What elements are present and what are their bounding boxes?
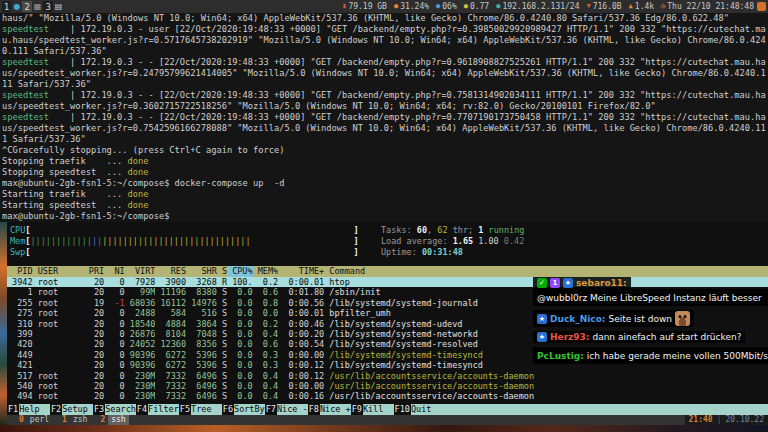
cell-user: root <box>33 319 84 329</box>
cell-pid: 540 <box>7 381 33 391</box>
column-header-s[interactable]: S <box>217 266 227 277</box>
cell-s: S <box>217 339 227 349</box>
cell-res: 11196 <box>155 287 186 297</box>
fkey-sortby[interactable]: F6SortBy <box>222 404 265 415</box>
fkey-nice[interactable]: F8Nice + <box>308 404 351 415</box>
cpu-icon: ● <box>436 3 440 10</box>
terminal-line: us/speedtest_worker.js?r=0.7542596166278… <box>2 123 768 134</box>
tmux-window-name: zsh <box>70 415 90 425</box>
cell-pid: 275 <box>7 308 33 318</box>
cell-res: 7332 <box>155 371 186 381</box>
workspace-number: 3 <box>45 2 50 12</box>
status-bar: 1●2▦3▤ ▮79.19 GB●31.24%●06%●0.77●192.168… <box>0 0 768 13</box>
cell-cpu: 0.0 <box>227 360 253 370</box>
chat-username: Duck_Nico: <box>550 314 605 324</box>
status-item: ▮79.19 GB <box>342 2 387 11</box>
cell-time: 0:00.20 <box>278 329 324 339</box>
cell-res: 7332 <box>155 381 186 391</box>
terminal-line: Stopping traefik ... done <box>2 156 768 167</box>
column-header-mem[interactable]: MEM% <box>253 266 279 277</box>
tmux-window-zsh[interactable]: 1zsh <box>62 415 90 425</box>
chat-message-header: ★Herz93:dann ainefach auf start drücken? <box>533 331 745 343</box>
tmux-window-number: 0 <box>19 415 24 425</box>
fkey-tree[interactable]: F5Tree <box>179 404 222 415</box>
cell-shr: 8380 <box>186 287 217 297</box>
process-row[interactable]: 494root200230M73326496S0.00.40:00.16/usr… <box>7 391 768 401</box>
fkey-label: Quit <box>411 404 768 415</box>
chat-message: PcLustig:ich habe gerade meine vollen 50… <box>533 347 768 364</box>
cell-cpu: 0.0 <box>227 391 253 401</box>
cell-mem: 0.3 <box>253 360 279 370</box>
column-header-pid[interactable]: PID <box>7 266 33 277</box>
status-text: 716.0B <box>593 2 622 11</box>
workspace-button-2[interactable]: 2 <box>22 1 31 12</box>
cell-shr: 8356 <box>186 339 217 349</box>
chat-text: Seite ist down <box>608 314 672 324</box>
fkey-filter[interactable]: F4Filter <box>136 404 179 415</box>
cell-virt: 230M <box>125 381 156 391</box>
cell-ni: 0 <box>104 287 124 297</box>
cell-cpu: 0.0 <box>227 350 253 360</box>
fkey-quit[interactable]: F10Quit <box>394 404 768 415</box>
subscriber-badge: ★ <box>537 332 547 342</box>
cell-shr: 5396 <box>186 360 217 370</box>
cell-time: 0:00.12 <box>278 360 324 370</box>
terminal-window[interactable]: haus/" "Mozilla/5.0 (Windows NT 10.0; Wi… <box>0 13 768 222</box>
cell-virt: 68036 <box>125 298 156 308</box>
files-icon: ▤ <box>55 3 63 11</box>
workspace-button-1[interactable]: 1 <box>2 1 11 12</box>
cell-s: S <box>217 371 227 381</box>
tmux-window-list: 0perl1zsh2ssh <box>19 415 129 425</box>
cell-res: 7332 <box>155 391 186 401</box>
process-row[interactable]: 517root200230M73326496S0.00.40:00.12/usr… <box>7 371 768 381</box>
tmux-window-perl[interactable]: 0perl <box>19 415 52 425</box>
cell-mem: 0.6 <box>253 287 279 297</box>
column-header-command[interactable]: Command <box>324 266 768 277</box>
tmux-clock: 21:48 | 20.10.22 <box>685 415 768 425</box>
cell-s: S <box>217 350 227 360</box>
cell-pri: 20 <box>84 381 104 391</box>
fkey-kill[interactable]: F9Kill <box>351 404 394 415</box>
fkey-help[interactable]: F1Help <box>7 404 50 415</box>
chat-message-header: ★Duck_Nico:Seite ist down <box>533 310 694 327</box>
htop-summary: Tasks: 60, 62 thr; 1 runningLoad average… <box>381 225 524 258</box>
column-header-cpu[interactable]: CPU% <box>227 266 253 277</box>
cell-cmd: /usr/lib/accountsservice/accounts-daemon <box>324 391 768 401</box>
status-item: ●31.24% <box>394 2 429 11</box>
cell-res: 3900 <box>155 277 186 287</box>
fkey-search[interactable]: F3Search <box>93 404 136 415</box>
status-text: 192.168.2.131/24 <box>502 2 579 11</box>
fkey-setup[interactable]: F2Setup <box>50 404 93 415</box>
workspace-button-3[interactable]: 3 <box>43 1 52 12</box>
column-header-ni[interactable]: NI <box>104 266 124 277</box>
column-header-time[interactable]: TIME+ <box>278 266 324 277</box>
chat-username: Herz93: <box>550 332 589 342</box>
fkey-number: F6 <box>222 404 234 415</box>
column-header-virt[interactable]: VIRT <box>125 266 156 277</box>
cell-s: S <box>217 360 227 370</box>
tmux-time: 21:48 <box>689 415 713 425</box>
column-header-pri[interactable]: PRI <box>84 266 104 277</box>
tmux-window-ssh[interactable]: 2ssh <box>100 415 128 425</box>
wallpaper-strip-bottom <box>0 425 768 432</box>
chat-username: sebaro11: <box>576 278 627 288</box>
cell-res: 8104 <box>155 329 186 339</box>
fkey-number: F1 <box>7 404 19 415</box>
cell-time: 0:00.01 <box>278 308 324 318</box>
fkey-nice[interactable]: F7Nice - <box>265 404 308 415</box>
cell-ni: 0 <box>104 277 124 287</box>
process-table-header: PIDUSERPRINIVIRTRESSHRSCPU%MEM%TIME+Comm… <box>7 266 768 277</box>
tmux-date: 20.10.22 <box>725 415 764 425</box>
terminal-line: us/speedtest_worker.js?r=0.3602715722518… <box>2 101 768 112</box>
column-header-shr[interactable]: SHR <box>186 266 217 277</box>
htop-summary-line: Uptime: 00:31:48 <box>381 247 524 258</box>
load-icon: ● <box>464 3 468 10</box>
column-header-user[interactable]: USER <box>33 266 84 277</box>
cell-user <box>33 329 84 339</box>
fkey-number: F8 <box>308 404 320 415</box>
column-header-res[interactable]: RES <box>155 266 186 277</box>
process-row[interactable]: 540root200230M73326496S0.00.40:00.00/usr… <box>7 381 768 391</box>
fkey-number: F9 <box>351 404 363 415</box>
cell-user <box>33 339 84 349</box>
tray-icon[interactable] <box>757 2 766 11</box>
